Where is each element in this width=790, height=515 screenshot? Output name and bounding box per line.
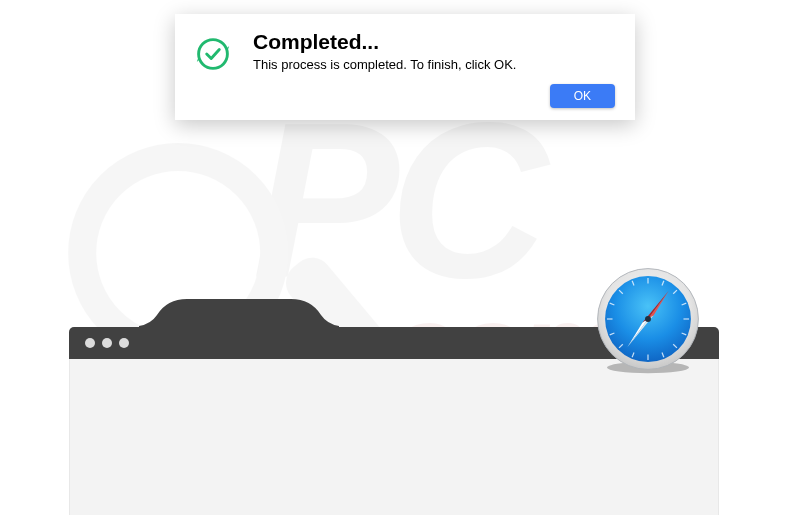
watermark-text-top: PC bbox=[168, 113, 622, 289]
checkmark-circle-icon bbox=[195, 36, 231, 72]
completed-dialog: Completed... This process is completed. … bbox=[175, 14, 635, 120]
dialog-message: This process is completed. To finish, cl… bbox=[253, 57, 615, 72]
ok-button[interactable]: OK bbox=[550, 84, 615, 108]
dialog-title: Completed... bbox=[253, 30, 615, 54]
close-icon[interactable] bbox=[85, 338, 95, 348]
window-controls[interactable] bbox=[85, 338, 129, 348]
minimize-icon[interactable] bbox=[102, 338, 112, 348]
svg-point-0 bbox=[199, 40, 228, 69]
browser-tab[interactable] bbox=[139, 293, 339, 327]
maximize-icon[interactable] bbox=[119, 338, 129, 348]
svg-point-25 bbox=[645, 316, 651, 322]
browser-content-area bbox=[69, 359, 719, 515]
safari-icon bbox=[592, 263, 704, 375]
